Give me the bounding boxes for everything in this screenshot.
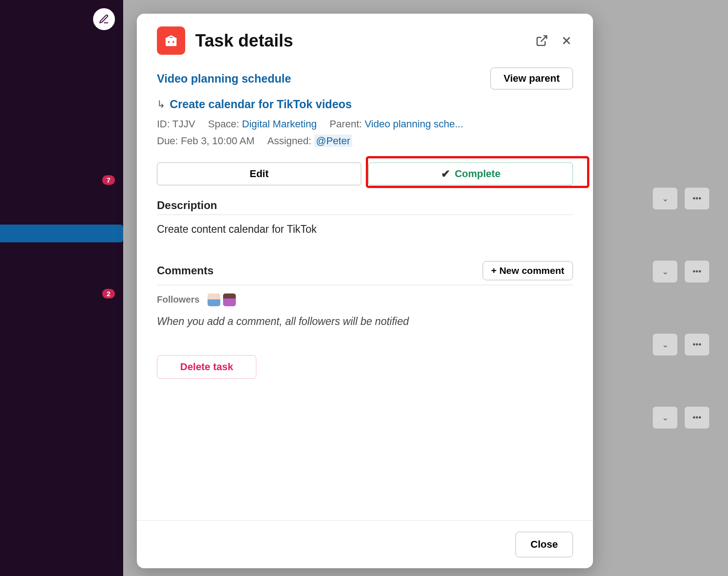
sidebar-item[interactable]: ting [0,129,123,147]
row-chevron-icon[interactable]: ⌄ [652,187,678,210]
checkmark-icon: ✔ [441,168,450,180]
close-button[interactable]: Close [515,532,573,557]
follower-avatar[interactable] [208,293,220,306]
svg-point-2 [172,41,174,43]
assignee-mention[interactable]: @Peter [314,135,352,147]
app-icon [157,26,185,55]
row-more-icon[interactable]: ••• [684,406,710,429]
new-comment-button[interactable]: + New comment [483,261,573,280]
sidebar-item[interactable]: narketing [0,225,123,242]
task-details-modal: Task details Video planning schedule Vie… [137,14,593,568]
modal-title: Task details [195,31,525,51]
sidebar-item[interactable]: a [0,261,123,278]
followers-label: Followers [157,294,199,305]
sidebar-item[interactable]: ner-support7 [0,171,123,189]
svg-rect-0 [166,38,177,46]
sidebar-item[interactable]: s & reactions [0,58,123,75]
close-icon[interactable] [560,34,573,47]
slack-sidebar: itness ⌄ s & reactionsmsnnecttingntialne… [0,0,123,576]
parent-meta-link[interactable]: Video planning sche... [365,118,463,130]
sidebar-item[interactable]: ms [0,75,123,93]
description-heading: Description [157,199,573,215]
sidebar-item[interactable]: ers [0,189,123,207]
svg-point-1 [168,41,170,43]
sidebar-item[interactable]: nnect [0,93,123,111]
task-name-link[interactable]: Create calendar for TikTok videos [170,98,352,111]
comments-heading: Comments [157,264,213,277]
row-chevron-icon[interactable]: ⌄ [652,406,678,429]
parent-project-link[interactable]: Video planning schedule [157,72,291,85]
edit-button[interactable]: Edit [157,162,361,185]
sidebar-item[interactable]: oment [0,207,123,225]
unread-badge: 7 [102,175,115,185]
sidebar-item[interactable]: ntial [0,153,123,171]
row-chevron-icon[interactable]: ⌄ [652,260,678,283]
follower-avatar[interactable] [223,293,236,306]
wrike-icon [163,32,179,49]
space-link[interactable]: Digital Marketing [242,118,317,130]
compose-icon [99,14,109,25]
subtask-arrow-icon: ↳ [157,99,165,110]
sidebar-item[interactable]: ing2 [0,285,123,303]
delete-task-button[interactable]: Delete task [157,355,256,379]
view-parent-button[interactable]: View parent [490,68,573,89]
complete-button[interactable]: ✔ Complete [369,162,573,185]
unread-badge: 2 [102,289,115,298]
row-more-icon[interactable]: ••• [684,333,710,356]
task-metadata: ID: TJJV Space: Digital Marketing Parent… [157,115,573,150]
compose-button[interactable] [93,8,115,30]
row-more-icon[interactable]: ••• [684,187,710,210]
comment-hint: When you add a comment, all followers wi… [157,315,573,328]
description-text: Create content calendar for TikTok [157,223,573,236]
row-more-icon[interactable]: ••• [684,260,710,283]
row-chevron-icon[interactable]: ⌄ [652,333,678,356]
open-external-icon[interactable] [536,34,548,47]
